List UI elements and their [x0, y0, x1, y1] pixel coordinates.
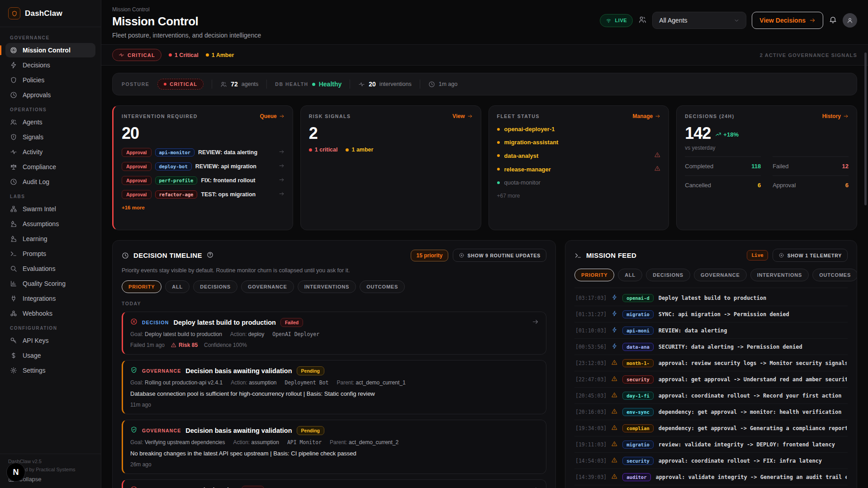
timeline-event-card[interactable]: GOVERNANCE Decision basis awaiting valid… [122, 360, 546, 414]
feed-row[interactable]: [22:47:03] security approval: get approv… [574, 371, 848, 388]
filter-pill[interactable]: ALL [165, 280, 190, 293]
feed-row[interactable]: [19:11:03] migratio review: validate int… [574, 436, 848, 453]
arrow-right-icon [279, 148, 285, 156]
sidebar-item[interactable]: Prompts [5, 246, 95, 261]
show-routine-updates-button[interactable]: SHOW 9 ROUTINE UPDATES [453, 249, 547, 262]
sidebar-item[interactable]: Compliance [5, 160, 95, 174]
sidebar-item-label: Quality Scoring [23, 280, 66, 287]
trend-up-icon [715, 131, 721, 137]
feed-row[interactable]: [03:17:03] openai-d Deploy latest build … [574, 290, 848, 306]
feed-row[interactable]: [01:31:27] migratio SYNC: api migration … [574, 306, 848, 322]
agent-name: data-analyst [504, 152, 539, 159]
feed-row[interactable]: [19:34:03] complian dependency: get appr… [574, 420, 848, 436]
filter-pill[interactable]: INTERVENTIONS [750, 269, 809, 281]
show-telemetry-button[interactable]: SHOW 1 TELEMETRY [773, 249, 848, 262]
queue-link[interactable]: Queue [260, 113, 284, 119]
fleet-agent-row[interactable]: data-analyst [497, 152, 661, 159]
risk-breakdown: 1 critical 1 amber [309, 147, 473, 153]
feed-row[interactable]: [20:45:03] day-1-fi approval: coordinate… [574, 388, 848, 404]
agent-chip: migratio [622, 310, 654, 318]
filter-pill[interactable]: PRIORITY [122, 280, 161, 293]
feed-message: approval: review security logs -> Monito… [659, 360, 847, 366]
sidebar-item[interactable]: Decisions [5, 58, 95, 72]
sidebar-item[interactable]: Agents [5, 115, 95, 129]
event-confidence: Confidence 100% [204, 342, 247, 348]
sidebar-item-icon [10, 163, 17, 171]
trend-caption: vs yesterday [685, 145, 849, 151]
sidebar-item[interactable]: Quality Scoring [5, 276, 95, 291]
avatar[interactable] [843, 13, 857, 28]
arrow-right-icon[interactable] [532, 486, 539, 488]
timeline-event-card[interactable]: DECISION Deploy latest build to producti… [122, 312, 546, 355]
timeline-event-card[interactable]: DECISION SYNC: api migration Failed Goal… [122, 479, 546, 488]
event-footer: 26m ago [130, 461, 539, 468]
filter-pill[interactable]: GOVERNANCE [694, 269, 747, 281]
filter-pill[interactable]: INTERVENTIONS [298, 280, 356, 293]
fleet-agent-row[interactable]: quota-monitor [497, 179, 661, 186]
manage-link[interactable]: Manage [633, 113, 661, 119]
intervention-row[interactable]: Approval perf-profile FIX: frontend roll… [122, 176, 285, 185]
notifications-bell-icon[interactable] [829, 15, 837, 26]
event-failed-time: Failed 1m ago [130, 342, 165, 348]
risk-critical: 1 critical [309, 147, 338, 153]
priority-count-badge: 15 priority [411, 250, 448, 261]
filter-pill[interactable]: DECISIONS [193, 280, 237, 293]
feed-row[interactable]: [23:12:03] month-1- approval: review sec… [574, 355, 848, 371]
feed-row[interactable]: [00:53:56] data-ana SECURITY: data alert… [574, 339, 848, 355]
sidebar-item[interactable]: Policies [5, 73, 95, 87]
sidebar-item[interactable]: Signals [5, 130, 95, 144]
sidebar-item[interactable]: Settings [5, 363, 95, 378]
fleet-agent-row[interactable]: openai-deployer-1 [497, 126, 661, 133]
feed-row[interactable]: [20:16:03] env-sync dependency: get appr… [574, 404, 848, 420]
topbar-actions: LIVE All Agents View Decisions [600, 12, 857, 29]
sidebar-item[interactable]: Integrations [5, 291, 95, 306]
timeline-event-card[interactable]: GOVERNANCE Decision basis awaiting valid… [122, 420, 546, 474]
event-goal: Rolling out production-api v2.4.1 [145, 379, 223, 386]
intervention-row[interactable]: Approval api-monitor REVIEW: data alerti… [122, 148, 285, 157]
feed-timestamp: [00:53:56] [575, 344, 607, 350]
filter-pill[interactable]: OUTCOMES [812, 269, 857, 281]
arrow-right-icon[interactable] [532, 318, 539, 327]
filter-pill[interactable]: OUTCOMES [360, 280, 405, 293]
sidebar-item[interactable]: Learning [5, 232, 95, 246]
sidebar-item[interactable]: Audit Log [5, 175, 95, 189]
filter-pill[interactable]: DECISIONS [646, 269, 690, 281]
db-health-dot [312, 83, 315, 86]
intervention-row[interactable]: Approval refactor-age TEST: ops migratio… [122, 190, 285, 199]
sidebar-item[interactable]: Activity [5, 145, 95, 159]
sidebar-item-icon [10, 133, 17, 141]
dev-overlay-badge[interactable]: N [6, 463, 25, 482]
view-link[interactable]: View [452, 113, 472, 119]
sidebar-item-label: Usage [23, 352, 41, 359]
fleet-agent-row[interactable]: migration-assistant [497, 139, 661, 146]
nav-section-governance: GOVERNANCE [5, 31, 95, 43]
sidebar-item[interactable]: Approvals [5, 88, 95, 102]
scrollbar[interactable] [864, 52, 867, 205]
more-interventions-link[interactable]: +16 more [122, 205, 285, 210]
sidebar-item[interactable]: Assumptions [5, 217, 95, 231]
sidebar-item[interactable]: Usage [5, 348, 95, 363]
terminal-icon [574, 252, 582, 259]
sidebar-item[interactable]: Mission Control [5, 43, 95, 57]
sidebar-item[interactable]: Webhooks [5, 306, 95, 321]
sidebar-item-icon [10, 367, 17, 374]
help-icon[interactable] [207, 251, 213, 260]
history-link[interactable]: History [822, 113, 849, 119]
feed-row[interactable]: [01:10:03] api-moni REVIEW: data alertin… [574, 322, 848, 339]
filter-pill[interactable]: GOVERNANCE [241, 280, 294, 293]
sidebar-item[interactable]: Swarm Intel [5, 202, 95, 216]
agents-select[interactable]: All Agents [652, 12, 746, 29]
sidebar-item[interactable]: API Keys [5, 333, 95, 348]
intervention-row[interactable]: Approval deploy-bot REVIEW: api migratio… [122, 162, 285, 171]
nav-section-labs: LABS [5, 190, 95, 202]
fleet-agent-row[interactable]: release-manager [497, 166, 661, 173]
more-agents-label[interactable]: +67 more [497, 193, 661, 199]
brand-logo[interactable]: DashClaw [0, 0, 101, 27]
sidebar-item-icon [10, 62, 17, 69]
filter-pill[interactable]: ALL [618, 269, 642, 281]
filter-pill[interactable]: PRIORITY [574, 269, 614, 281]
feed-row[interactable]: [14:54:03] security approval: coordinate… [574, 453, 848, 469]
sidebar-item[interactable]: Evaluations [5, 261, 95, 276]
view-decisions-button[interactable]: View Decisions [752, 12, 823, 29]
feed-row[interactable]: [14:39:03] auditor approval: validate in… [574, 469, 848, 485]
